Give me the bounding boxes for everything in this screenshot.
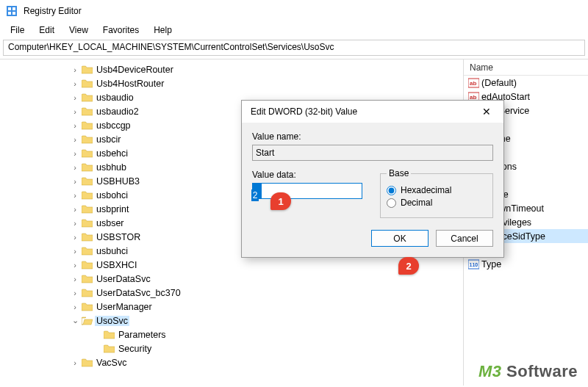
watermark-brand: M3 [478,362,502,380]
watermark-rest: Software [501,362,578,380]
tree-item-label: Parameters [117,330,168,340]
radio-hex[interactable]: Hexadecimal [387,185,487,195]
tree-item-label: USBSTOR [95,232,142,242]
menu-edit[interactable]: Edit [32,23,62,37]
tree-item-label: UsoSvc [95,316,129,326]
tree-item[interactable]: ›UserDataSvc_bc370 [70,286,463,300]
folder-icon [81,246,93,256]
folder-icon [81,232,93,242]
value-type-icon: 110 [467,259,480,270]
tree-item-label: usbser [95,218,126,228]
value-type-icon: ab [467,78,480,88]
radio-dec-input[interactable] [387,198,396,208]
menu-file[interactable]: File [3,23,32,37]
menu-help[interactable]: Help [146,23,179,37]
cancel-button[interactable]: Cancel [436,230,493,247]
tree-item-label: usbohci [95,190,129,200]
tree-item-label: UserManager [95,302,154,312]
close-icon[interactable]: ✕ [476,103,498,120]
radio-dec-label: Decimal [401,198,432,208]
tree-item-label: VacSvc [95,358,128,368]
label-value-data: Value data: [252,170,365,180]
folder-icon [81,65,93,75]
radio-hex-input[interactable] [387,186,396,195]
value-data-selection: 2 [251,189,259,201]
folder-icon [81,79,93,89]
folder-icon [81,302,93,312]
tree-item[interactable]: ›Usb4DeviceRouter [70,62,463,76]
label-value-name: Value name: [252,131,493,142]
svg-rect-4 [12,12,15,15]
tree-item[interactable]: ›Usb4HostRouter [70,76,463,90]
tree-item-label: UserDataSvc [95,274,152,284]
folder-icon [103,344,115,354]
dialog-titlebar[interactable]: Edit DWORD (32-bit) Value ✕ [242,101,503,123]
dialog-title-text: Edit DWORD (32-bit) Value [251,106,357,117]
window-titlebar: Registry Editor [0,0,588,22]
svg-text:ab: ab [470,80,476,87]
folder-icon [81,274,93,284]
list-row-label: (Default) [481,78,517,88]
tree-item-selected[interactable]: ⌄UsoSvc [70,314,463,328]
tree-item-label: Usb4HostRouter [95,79,165,89]
radio-dec[interactable]: Decimal [387,198,487,208]
svg-rect-1 [8,7,11,10]
folder-icon [81,106,93,117]
tree-item-label: usbaudio [95,93,135,103]
folder-icon [81,190,93,200]
tree-item-label: USBXHCI [95,260,139,270]
artifact-bar [315,272,354,352]
folder-icon [81,204,93,214]
menu-favorites[interactable]: Favorites [96,23,146,37]
tree-item[interactable]: ›UserManager [70,300,463,314]
tree-item-label: usbehci [95,148,129,159]
folder-icon [81,218,93,228]
folder-icon [81,134,93,145]
callout-marker-2: 2 [398,257,419,275]
list-row[interactable]: ab(Default) [464,76,588,90]
app-icon [6,5,18,17]
folder-open-icon [81,316,93,326]
folder-icon [81,176,93,187]
tree-item-label: usbuhci [95,246,129,256]
watermark: M3 Software [478,362,578,381]
window-title: Registry Editor [24,6,82,16]
tree-item-label: Usb4DeviceRouter [95,65,175,75]
tree-item-label: usbhub [95,162,128,173]
list-row-label: Type [481,259,501,270]
folder-icon [81,288,93,298]
menu-view[interactable]: View [62,23,96,37]
tree-item-child[interactable]: Parameters [70,328,463,341]
tree-item-label: usbccgp [95,120,132,131]
callout-marker-1: 1 [270,192,291,210]
tree-item-label: usbprint [95,204,130,214]
svg-text:110: 110 [469,262,478,267]
tree-item-label: usbaudio2 [95,106,140,117]
menubar: File Edit View Favorites Help [0,22,588,38]
list-row[interactable]: 110Type [464,257,588,271]
base-legend: Base [387,168,411,178]
folder-icon [81,358,93,368]
folder-icon [81,93,93,103]
tree-item-label: USBHUB3 [95,176,141,187]
svg-rect-2 [12,7,15,10]
folder-icon [81,162,93,173]
edit-dword-dialog: Edit DWORD (32-bit) Value ✕ Value name: … [241,100,504,258]
folder-icon [81,148,93,159]
folder-icon [103,330,115,340]
address-bar[interactable]: Computer\HKEY_LOCAL_MACHINE\SYSTEM\Curre… [3,40,585,56]
folder-icon [81,260,93,270]
base-fieldset: Base Hexadecimal Decimal [380,168,493,218]
tree-item-label: UserDataSvc_bc370 [95,288,182,298]
svg-rect-3 [8,12,11,15]
value-name-field[interactable] [252,145,493,161]
tree-item[interactable]: ›VacSvc [70,355,463,369]
folder-icon [81,120,93,131]
radio-hex-label: Hexadecimal [401,185,451,195]
value-data-field[interactable] [252,183,362,199]
ok-button[interactable]: OK [371,230,429,247]
tree-item-label: Security [117,344,153,354]
tree-item-child[interactable]: Security [70,341,463,355]
tree-item-label: usbcir [95,134,122,145]
list-header-name[interactable]: Name [464,59,588,76]
